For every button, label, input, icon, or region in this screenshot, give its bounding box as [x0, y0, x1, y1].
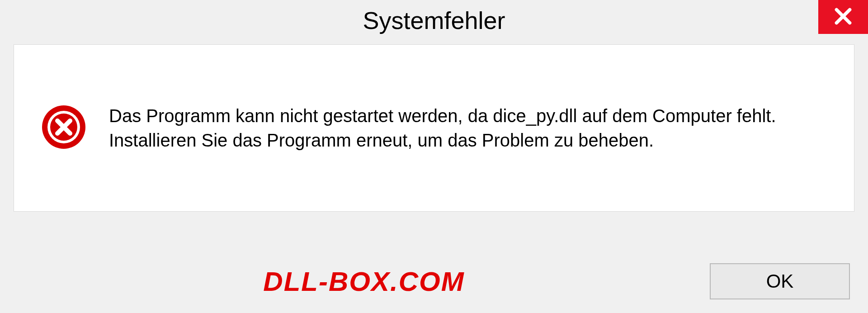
- content-panel: Das Programm kann nicht gestartet werden…: [14, 44, 854, 212]
- close-button[interactable]: [818, 0, 868, 34]
- ok-button[interactable]: OK: [710, 263, 850, 299]
- watermark-text: DLL-BOX.COM: [18, 266, 710, 297]
- error-icon: [41, 104, 86, 152]
- dialog-title: Systemfehler: [363, 6, 505, 34]
- title-bar: Systemfehler: [0, 0, 868, 41]
- dialog-footer: DLL-BOX.COM OK: [0, 263, 868, 299]
- close-icon: [833, 6, 853, 28]
- error-message: Das Programm kann nicht gestartet werden…: [109, 104, 810, 152]
